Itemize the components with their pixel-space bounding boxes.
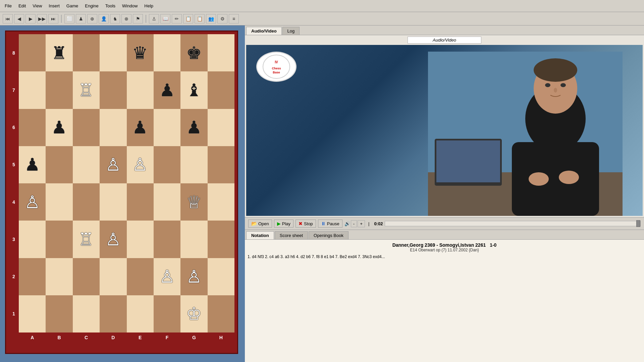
square-b8[interactable]: ♜ [46,34,72,71]
square-a4[interactable]: ♙ [19,183,46,221]
square-c1[interactable] [73,295,100,333]
go-end-button[interactable]: ⏭ [48,14,58,23]
square-c2[interactable] [73,258,100,295]
progress-thumb[interactable] [636,220,640,227]
square-d3[interactable]: ♙ [100,221,126,258]
online-button[interactable]: ⊗ [121,14,131,23]
go-forward-button[interactable]: ▶▶ [37,14,47,23]
go-start-button[interactable]: ⏮ [3,14,13,23]
options-button[interactable]: ⊕ [87,14,97,23]
square-c6[interactable] [73,109,100,146]
square-e2[interactable] [127,258,154,295]
vol-minus-button[interactable]: - [351,220,357,227]
square-d6[interactable] [100,109,126,146]
square-b3[interactable] [46,221,72,258]
square-f3[interactable] [154,221,180,258]
square-b6[interactable]: ♟ [46,109,72,146]
horses-button[interactable]: ♞ [110,14,120,23]
square-e1[interactable] [127,295,154,333]
square-a2[interactable] [19,258,46,295]
square-e7[interactable] [127,71,154,109]
vol-plus-button[interactable]: + [358,220,365,227]
pause-button[interactable]: ⏸ Pause [318,220,342,228]
square-d2[interactable] [100,258,126,295]
openings-button[interactable]: 📖 [160,14,170,23]
square-e5[interactable]: ♙ [127,146,154,183]
clipboard1-button[interactable]: 📋 [183,14,193,23]
players-button[interactable]: 👤 [99,14,109,23]
square-h7[interactable] [208,71,234,109]
square-g4[interactable]: ♕ [180,183,207,221]
square-h1[interactable] [208,295,234,333]
square-a3[interactable] [19,221,46,258]
tab-notation[interactable]: Notation [246,231,274,239]
square-h2[interactable] [208,258,234,295]
square-a1[interactable] [19,295,46,333]
menu-file[interactable]: File [1,2,15,10]
square-b1[interactable] [46,295,72,333]
square-g6[interactable]: ♟ [180,109,207,146]
square-b5[interactable] [46,146,72,183]
flag-button[interactable]: ⚑ [133,14,143,23]
square-e4[interactable] [127,183,154,221]
square-e8[interactable]: ♛ [127,34,154,71]
square-c5[interactable] [73,146,100,183]
square-g1[interactable]: ♔ [180,295,207,333]
open-button[interactable]: 📂 Open [248,220,272,228]
play-button[interactable]: ▶ Play [274,220,293,228]
stop-button[interactable]: ✖ Stop [296,220,316,228]
go-forward-alt-button[interactable]: ▶ [25,14,36,23]
square-a8[interactable] [19,34,46,71]
menu-button[interactable]: ≡ [229,14,239,23]
square-a6[interactable] [19,109,46,146]
square-c4[interactable] [73,183,100,221]
square-h4[interactable] [208,183,234,221]
square-h3[interactable] [208,221,234,258]
square-f2[interactable]: ♙ [154,258,180,295]
square-e3[interactable] [127,221,154,258]
square-b7[interactable] [46,71,72,109]
themes-button[interactable]: ♙ [149,14,159,23]
square-d7[interactable] [100,71,126,109]
square-g2[interactable]: ♙ [180,258,207,295]
square-c3[interactable]: ♖ [73,221,100,258]
menu-view[interactable]: View [29,2,45,10]
engine-button[interactable]: ♟ [76,14,86,23]
clipboard2-button[interactable]: 📋 [195,14,205,23]
square-h6[interactable] [208,109,234,146]
menu-insert[interactable]: Insert [45,2,63,10]
settings-button[interactable]: ⚙ [217,14,227,23]
square-f8[interactable] [154,34,180,71]
square-f1[interactable] [154,295,180,333]
square-d5[interactable]: ♙ [100,146,126,183]
square-e6[interactable]: ♟ [127,109,154,146]
square-c7[interactable]: ♖ [73,71,100,109]
go-back-button[interactable]: ◀ [14,14,24,23]
square-b2[interactable] [46,258,72,295]
square-c8[interactable] [73,34,100,71]
square-a5[interactable]: ♟ [19,146,46,183]
menu-help[interactable]: Help [141,2,157,10]
square-g8[interactable]: ♚ [180,34,207,71]
menu-tools[interactable]: Tools [102,2,119,10]
tab-score-sheet[interactable]: Score sheet [275,231,308,239]
square-d8[interactable] [100,34,126,71]
square-a7[interactable] [19,71,46,109]
square-f7[interactable]: ♟ [154,71,180,109]
square-h5[interactable] [208,146,234,183]
square-f6[interactable] [154,109,180,146]
square-f5[interactable] [154,146,180,183]
square-d1[interactable] [100,295,126,333]
menu-engine[interactable]: Engine [82,2,102,10]
new-board-button[interactable]: ⬜ [64,14,74,23]
square-g3[interactable] [180,221,207,258]
square-b4[interactable] [46,183,72,221]
square-d4[interactable] [100,183,126,221]
tab-openings-book[interactable]: Openings Book [309,231,348,239]
square-g7[interactable]: ♝ [180,71,207,109]
square-g5[interactable] [180,146,207,183]
menu-edit[interactable]: Edit [15,2,29,10]
edit-tool-button[interactable]: ✏ [172,14,182,23]
square-f4[interactable] [154,183,180,221]
tab-audio-video[interactable]: Audio/Video [246,27,282,35]
